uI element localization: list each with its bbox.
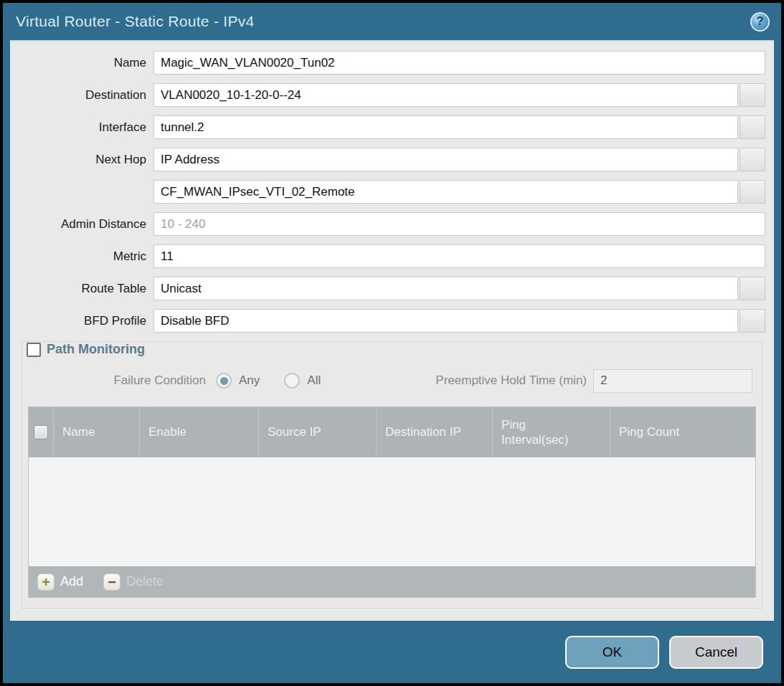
preemptive-hold-time-input	[593, 369, 752, 393]
next-hop-address-dropdown-button[interactable]	[740, 180, 765, 204]
admin-distance-label: Admin Distance	[10, 217, 154, 232]
form-row-name: Name	[10, 51, 765, 75]
metric-label: Metric	[10, 249, 154, 264]
table-header-destination-ip: Destination IP	[376, 407, 492, 457]
route-table-dropdown-button[interactable]	[740, 277, 765, 300]
table-header-source-ip: Source IP	[258, 407, 376, 457]
help-glyph: ?	[756, 14, 763, 29]
radio-selected-dot	[220, 377, 228, 385]
form-row-next-hop: Next Hop	[10, 148, 765, 171]
form-row-bfd-profile: BFD Profile	[10, 309, 765, 333]
form-row-admin-distance: Admin Distance	[10, 212, 765, 236]
name-input[interactable]	[154, 51, 765, 75]
failure-condition-row: Failure Condition Any All Preemptive Hol…	[28, 368, 756, 393]
preemptive-hold-time-label: Preemptive Hold Time (min)	[435, 373, 587, 388]
failure-condition-any-label: Any	[239, 373, 260, 388]
table-header-ping-interval: Ping Interval(sec)	[492, 407, 610, 457]
next-hop-address-input[interactable]	[154, 180, 738, 204]
route-table-label: Route Table	[10, 282, 154, 296]
bfd-profile-input[interactable]	[154, 309, 738, 333]
failure-condition-label: Failure Condition	[28, 373, 216, 388]
dialog-titlebar: Virtual Router - Static Route - IPv4 ?	[3, 3, 781, 40]
form-row-metric: Metric	[10, 244, 765, 268]
bfd-profile-label: BFD Profile	[10, 314, 154, 328]
metric-input[interactable]	[154, 244, 765, 268]
form-row-route-table: Route Table	[10, 277, 765, 300]
help-icon[interactable]: ?	[750, 12, 770, 32]
next-hop-dropdown-button[interactable]	[740, 148, 765, 171]
path-monitoring-table: Name Enable Source IP Destination IP Pin…	[28, 406, 756, 598]
interface-label: Interface	[10, 120, 154, 135]
next-hop-label: Next Hop	[10, 153, 154, 167]
delete-button-label: Delete	[126, 574, 164, 589]
table-header-enable: Enable	[139, 407, 258, 457]
table-header-select-all	[29, 407, 53, 457]
minus-icon: −	[103, 573, 121, 591]
dialog-title: Virtual Router - Static Route - IPv4	[16, 13, 255, 30]
failure-condition-all-label: All	[307, 373, 321, 388]
bfd-profile-dropdown-button[interactable]	[740, 309, 765, 333]
table-header-ping-count: Ping Count	[610, 407, 755, 457]
form-row-destination: Destination	[10, 83, 765, 107]
dialog-content: Name Destination Interface	[10, 40, 774, 621]
route-table-input[interactable]	[154, 277, 738, 300]
destination-dropdown-button[interactable]	[740, 83, 765, 107]
admin-distance-input[interactable]	[154, 212, 765, 236]
interface-input[interactable]	[154, 115, 738, 139]
add-button-label: Add	[60, 574, 83, 589]
cancel-button[interactable]: Cancel	[669, 636, 763, 669]
destination-label: Destination	[10, 88, 154, 103]
dialog-footer: OK Cancel	[3, 621, 781, 683]
delete-button: − Delete	[103, 573, 164, 591]
failure-condition-all-radio	[284, 373, 300, 389]
path-monitoring-checkbox[interactable]	[27, 343, 41, 357]
form-row-next-hop-address	[10, 180, 765, 204]
table-body-empty	[29, 457, 755, 566]
add-button[interactable]: + Add	[37, 573, 83, 591]
path-monitoring-legend: Path Monitoring	[27, 342, 756, 357]
interface-dropdown-button[interactable]	[740, 115, 765, 139]
plus-icon: +	[37, 573, 55, 591]
table-header-row: Name Enable Source IP Destination IP Pin…	[29, 407, 755, 457]
select-all-checkbox	[34, 425, 48, 439]
destination-input[interactable]	[154, 83, 738, 107]
path-monitoring-title: Path Monitoring	[47, 342, 145, 357]
failure-condition-any-radio	[216, 373, 232, 389]
table-header-name: Name	[53, 407, 139, 457]
form-row-interface: Interface	[10, 115, 765, 139]
next-hop-type-input[interactable]	[154, 148, 738, 171]
path-monitoring-section: Path Monitoring Failure Condition Any Al…	[22, 341, 762, 609]
static-route-dialog: Virtual Router - Static Route - IPv4 ? N…	[3, 3, 781, 683]
table-footer-bar: + Add − Delete	[29, 566, 755, 597]
name-label: Name	[10, 56, 154, 70]
ok-button[interactable]: OK	[565, 636, 659, 669]
